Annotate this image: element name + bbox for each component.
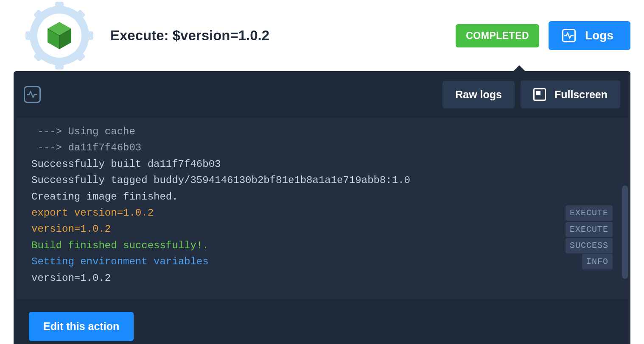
- raw-logs-label: Raw logs: [455, 89, 502, 101]
- action-title: Execute: $version=1.0.2: [110, 28, 456, 44]
- fullscreen-button[interactable]: Fullscreen: [521, 80, 620, 108]
- log-line: version=1.0.2EXECUTE: [31, 221, 613, 237]
- log-output: ---> Using cache ---> da11f7f46b03 Succe…: [16, 118, 628, 299]
- log-line: ---> Using cache: [31, 124, 613, 140]
- log-line: Creating image finished.: [31, 189, 613, 205]
- console-panel: Raw logs Fullscreen ---> Using cache ---…: [14, 71, 630, 344]
- log-line: Successfully built da11f7f46b03: [31, 156, 613, 172]
- logs-button-label: Logs: [585, 29, 613, 42]
- svg-rect-2: [25, 31, 33, 40]
- status-badge: COMPLETED: [456, 24, 539, 47]
- nodejs-cube-icon: [44, 20, 75, 51]
- activity-icon: [562, 29, 576, 42]
- log-line: ---> da11f7f46b03: [31, 140, 613, 156]
- panel-caret-icon: [513, 65, 525, 71]
- log-tag: EXECUTE: [566, 222, 613, 237]
- svg-rect-1: [55, 62, 64, 69]
- svg-rect-0: [55, 2, 64, 9]
- console-footer: Edit this action: [14, 299, 630, 344]
- fullscreen-icon: [533, 88, 546, 101]
- log-tag: SUCCESS: [566, 238, 613, 253]
- svg-rect-3: [86, 31, 93, 40]
- edit-action-button[interactable]: Edit this action: [29, 312, 134, 341]
- logs-button[interactable]: Logs: [549, 21, 630, 50]
- fullscreen-label: Fullscreen: [554, 89, 608, 101]
- log-line: export version=1.0.2EXECUTE: [31, 205, 613, 221]
- log-tag: EXECUTE: [566, 205, 613, 221]
- scrollbar[interactable]: [622, 186, 628, 279]
- action-gear-logo: [25, 2, 93, 69]
- log-tag: INFO: [582, 254, 613, 269]
- console-toolbar: Raw logs Fullscreen: [14, 71, 630, 118]
- log-line: version=1.0.2: [31, 270, 613, 286]
- action-header: Execute: $version=1.0.2 COMPLETED Logs: [0, 0, 644, 71]
- log-line: Setting environment variablesINFO: [31, 254, 613, 270]
- log-line: Build finished successfully!.SUCCESS: [31, 238, 613, 254]
- activity-toggle-icon[interactable]: [24, 86, 41, 103]
- log-line: Successfully tagged buddy/3594146130b2bf…: [31, 172, 613, 189]
- raw-logs-button[interactable]: Raw logs: [442, 81, 515, 108]
